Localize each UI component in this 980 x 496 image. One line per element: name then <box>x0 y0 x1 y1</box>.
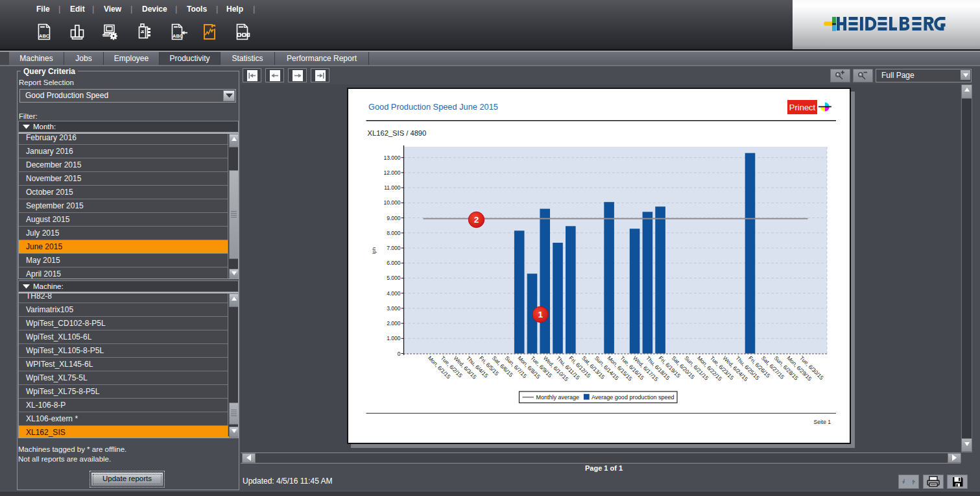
svg-text:Seite 1: Seite 1 <box>814 419 831 425</box>
svg-text:Good Production Speed June 201: Good Production Speed June 2015 <box>368 102 498 112</box>
svg-text:XL162_SIS / 4890: XL162_SIS / 4890 <box>368 129 427 137</box>
svg-text:2: 2 <box>474 215 479 225</box>
svg-text:7.000: 7.000 <box>387 245 401 251</box>
svg-text:ABC: ABC <box>173 33 184 39</box>
svg-text:2.000: 2.000 <box>387 320 401 327</box>
svg-text:5.000: 5.000 <box>387 275 401 281</box>
svg-text:12.000: 12.000 <box>384 169 401 176</box>
svg-text:0: 0 <box>398 351 401 357</box>
svg-text:6.000: 6.000 <box>387 260 401 266</box>
svg-text:iph: iph <box>371 247 377 254</box>
svg-text:11.000: 11.000 <box>384 184 401 191</box>
svg-text:Average good production speed: Average good production speed <box>592 394 674 401</box>
svg-text:10.000: 10.000 <box>384 199 401 206</box>
svg-text:8.000: 8.000 <box>387 230 401 236</box>
svg-text:ABC: ABC <box>39 33 50 39</box>
svg-text:4.000: 4.000 <box>387 290 401 297</box>
svg-text:1.000: 1.000 <box>387 335 401 341</box>
svg-text:1: 1 <box>538 310 543 319</box>
svg-text:13.000: 13.000 <box>384 155 401 161</box>
svg-text:9.000: 9.000 <box>387 215 401 221</box>
svg-text:3.000: 3.000 <box>387 305 401 312</box>
svg-text:Monthly average: Monthly average <box>536 394 580 401</box>
svg-text:Prinect: Prinect <box>789 103 816 112</box>
